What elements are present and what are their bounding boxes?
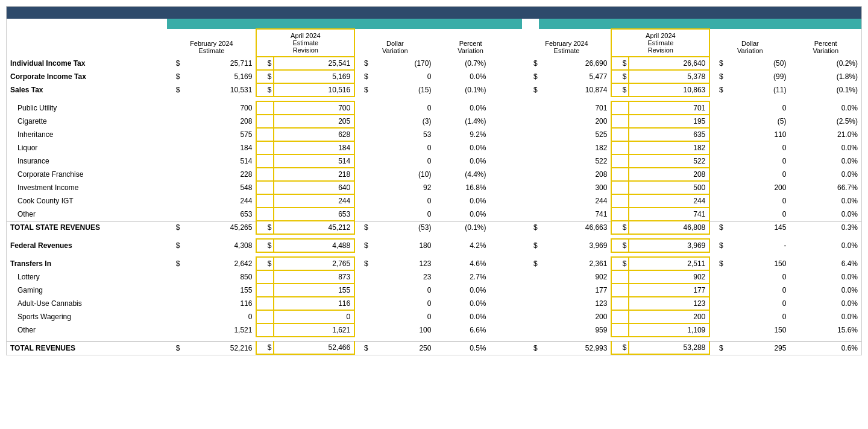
fy25-col2-sign: $: [611, 342, 628, 355]
report-title: [7, 7, 861, 19]
fy24-col3-val: (170): [370, 57, 435, 70]
fy25-col1-val: 52,993: [539, 342, 612, 355]
fy25-col1-val: 701: [539, 101, 612, 115]
fy25-col1-val: 959: [539, 323, 612, 337]
fy24-col1-header: February 2024Estimate: [167, 29, 256, 57]
fy24-col3-sign: $: [354, 342, 369, 355]
row-label: TOTAL REVENUES: [7, 342, 167, 355]
fy24-col1-sign: [167, 297, 181, 310]
fy25-col3-sign: [709, 101, 724, 115]
fy25-col3-val: 110: [725, 128, 790, 141]
table-row: Gaming 155 155 0 0.0% 177 177 0 0.0%: [7, 284, 861, 297]
col-sep2: [506, 270, 523, 284]
fy24-col4-val: 4.2%: [435, 239, 489, 252]
fy25-col3-sign: $: [709, 221, 724, 234]
fy24-col3-sign: [354, 181, 369, 194]
col-sep: [489, 141, 506, 154]
fy25-col2-sign: [611, 208, 628, 221]
fy25-col2-val: 53,288: [629, 342, 710, 355]
fy24-col2-val: 244: [274, 194, 355, 208]
col-separator: [506, 29, 523, 57]
table-row: Cigarette 208 205 (3) (1.4%) 200 195 (5)…: [7, 115, 861, 128]
fy24-col1-val: 4,308: [181, 239, 256, 252]
table-row: Insurance 514 514 0 0.0% 522 522 0 0.0%: [7, 154, 861, 168]
table-row: Investment Income 548 640 92 16.8% 300 5…: [7, 181, 861, 194]
fy24-col1-sign: [167, 101, 181, 115]
fy24-col1-val: 10,531: [181, 83, 256, 97]
fy24-col2-sign: [256, 101, 273, 115]
fy24-col1-sign: $: [167, 257, 181, 270]
fy25-col1-val: 200: [539, 115, 612, 128]
table-row: Sports Wagering 0 0 0 0.0% 200 200 0 0.0…: [7, 310, 861, 323]
fy25-col3-sign: [709, 154, 724, 168]
col-sep2: [506, 101, 523, 115]
fy24-col3-val: (53): [370, 221, 435, 234]
fy25-col2-sign: [611, 194, 628, 208]
fy25-col3-val: 0: [725, 297, 790, 310]
col-sep: [489, 115, 506, 128]
fy25-col3-val: 295: [725, 342, 790, 355]
fy25-col4-val: (2.5%): [790, 115, 861, 128]
fy25-col3-header: DollarVariation: [709, 29, 790, 57]
fy25-col2-val: 3,969: [629, 239, 710, 252]
fy25-col2-val: 177: [629, 284, 710, 297]
fy24-col3-sign: [354, 154, 369, 168]
fy24-col3-sign: [354, 270, 369, 284]
col-sep: [489, 101, 506, 115]
fy25-col3-sign: [709, 168, 724, 181]
col-sep: [489, 208, 506, 221]
fy25-col3-val: 0: [725, 154, 790, 168]
fy25-col1-sign: $: [522, 70, 538, 83]
fy25-col4-val: 0.0%: [790, 168, 861, 181]
fy24-col3-val: (10): [370, 168, 435, 181]
fy25-col3-val: -: [725, 239, 790, 252]
fy24-col2-val: 514: [274, 154, 355, 168]
fy24-col2-val: 45,212: [274, 221, 355, 234]
fy25-col3-sign: $: [709, 239, 724, 252]
fy25-col4-val: 0.6%: [790, 342, 861, 355]
fy24-col2-sign: [256, 208, 273, 221]
row-label: Investment Income: [7, 181, 167, 194]
fy24-col2-sign: $: [256, 221, 273, 234]
fy25-col1-val: 177: [539, 284, 612, 297]
fy25-col1-sign: $: [522, 342, 538, 355]
table-row: Federal Revenues $ 4,308 $ 4,488 $ 180 4…: [7, 239, 861, 252]
row-label: Corporate Income Tax: [7, 70, 167, 83]
fy25-col1-sign: [522, 270, 538, 284]
fy24-col4-val: 6.6%: [435, 323, 489, 337]
fy24-col1-sign: [167, 194, 181, 208]
fy25-col2-val: 46,808: [629, 221, 710, 234]
row-label: Corporate Franchise: [7, 168, 167, 181]
fy24-col1-sign: [167, 208, 181, 221]
row-label: Adult-Use Cannabis: [7, 297, 167, 310]
col-sep2: [506, 342, 523, 355]
col-sep2: [506, 154, 523, 168]
fy24-col1-val: 208: [181, 115, 256, 128]
fy2025-header: [539, 19, 861, 29]
fy2024-header: [167, 19, 522, 29]
fy25-col4-val: 0.0%: [790, 239, 861, 252]
fy24-col3-sign: $: [354, 83, 369, 97]
col-sep: [489, 284, 506, 297]
col-sep2: [506, 208, 523, 221]
row-label: Other: [7, 323, 167, 337]
fy24-col1-val: 116: [181, 297, 256, 310]
fy25-col2-sign: [611, 115, 628, 128]
fy25-col1-val: 123: [539, 297, 612, 310]
fy24-col3-sign: [354, 323, 369, 337]
fy24-col1-sign: [167, 154, 181, 168]
fy24-col3-sign: [354, 168, 369, 181]
fy24-col3-sign: [354, 194, 369, 208]
fy25-col1-val: 26,690: [539, 57, 612, 70]
fy25-col2-sign: $: [611, 83, 628, 97]
fy24-col3-val: 180: [370, 239, 435, 252]
fy24-col2-val: 25,541: [274, 57, 355, 70]
col-sep: [489, 239, 506, 252]
fy24-col4-val: (0.7%): [435, 57, 489, 70]
fy25-col2-sign: [611, 141, 628, 154]
fy24-col3-val: (15): [370, 83, 435, 97]
fy24-col2-sign: $: [256, 83, 273, 97]
col-sep2: [506, 323, 523, 337]
row-label: Lottery: [7, 270, 167, 284]
fy24-col3-sign: $: [354, 70, 369, 83]
